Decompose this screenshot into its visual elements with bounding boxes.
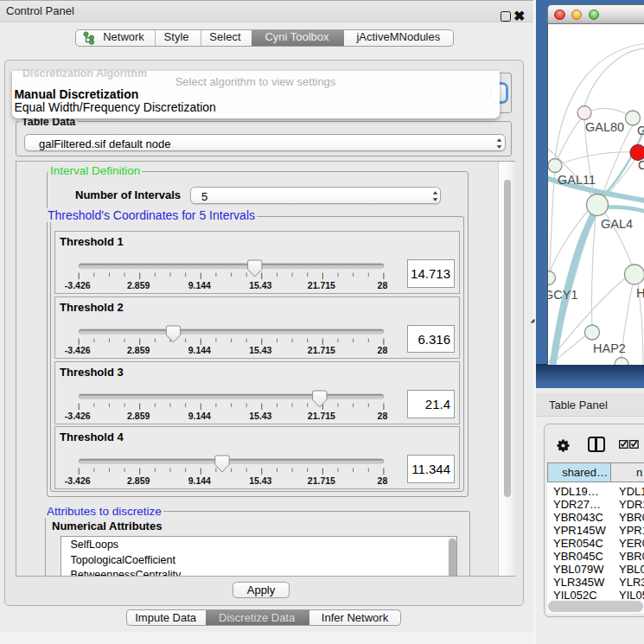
svg-text:HAP2: HAP2 [593, 341, 626, 355]
svg-text:GAL4: GAL4 [601, 217, 633, 231]
svg-text:GAL4: GAL4 [637, 124, 644, 137]
svg-text:GAL80: GAL80 [585, 120, 624, 134]
svg-text:HIS7: HIS7 [636, 286, 644, 300]
svg-text:GAL11: GAL11 [558, 173, 596, 187]
svg-text:CDC1: CDC1 [638, 158, 644, 172]
svg-text:GCY1: GCY1 [548, 288, 578, 302]
